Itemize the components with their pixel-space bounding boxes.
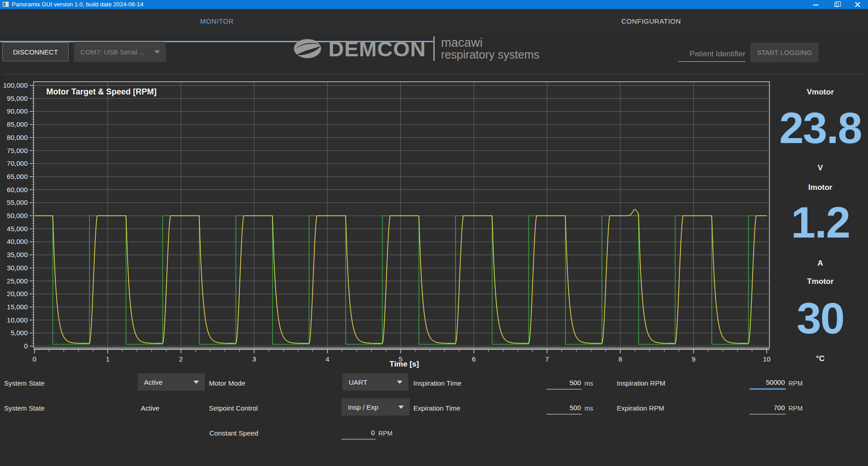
inspiration-rpm-unit: RPM (789, 380, 803, 387)
svg-text:65,000: 65,000 (7, 173, 28, 180)
inspiration-rpm-label: Inspiration RPM (617, 379, 665, 387)
svg-text:40,000: 40,000 (7, 238, 28, 245)
setpoint-control-dropdown[interactable]: Insp / Exp (342, 398, 410, 416)
tab-configuration[interactable]: CONFIGURATION (434, 9, 868, 33)
minimize-icon (813, 5, 818, 5)
restore-button[interactable] (826, 0, 847, 9)
svg-text:45,000: 45,000 (7, 225, 28, 233)
start-logging-button[interactable]: START LOGGING (750, 43, 818, 62)
inspiration-time-input[interactable] (546, 378, 582, 390)
demcon-logo-icon (293, 38, 322, 59)
com-port-value: COM7: USB Serial ... (80, 48, 145, 56)
expiration-time-label: Expiration Time (413, 404, 460, 412)
brand-subtitle: macawi respiratory systems (441, 37, 540, 60)
svg-text:15,000: 15,000 (7, 303, 28, 311)
tab-monitor[interactable]: MONITOR (0, 9, 434, 33)
expiration-time-unit: ms (585, 405, 593, 412)
expiration-rpm-unit: RPM (789, 405, 803, 412)
com-port-dropdown[interactable]: COM7: USB Serial ... (74, 42, 166, 62)
svg-text:1: 1 (106, 355, 109, 363)
tmotor-unit: °C (770, 354, 868, 363)
motor-chart: 05,00010,00015,00020,00025,00030,00035,0… (0, 67, 868, 367)
system-state-label-row1: System State (4, 379, 45, 387)
chevron-down-icon (398, 406, 404, 409)
chevron-down-icon (397, 381, 402, 384)
expiration-rpm-label: Expiration RPM (617, 404, 664, 412)
svg-text:55,000: 55,000 (7, 198, 28, 206)
motor-mode-dropdown[interactable]: UART (342, 373, 408, 391)
constant-speed-unit: RPM (378, 430, 392, 437)
system-state-label-row2: System State (4, 404, 45, 412)
window-title: Panoramix GUI version 1.0, build date 20… (12, 1, 144, 8)
tmotor-value: 30 (770, 296, 868, 340)
svg-text:90,000: 90,000 (7, 107, 28, 115)
chart-x-axis-label: Time [s] (379, 360, 429, 369)
svg-text:95,000: 95,000 (7, 94, 28, 102)
tmotor-label: Tmotor (770, 277, 868, 286)
chevron-down-icon (193, 381, 199, 384)
svg-text:7: 7 (545, 355, 549, 363)
svg-text:60,000: 60,000 (7, 186, 28, 193)
motor-mode-label: Motor Mode (209, 379, 245, 387)
svg-text:75,000: 75,000 (7, 147, 28, 154)
svg-text:9: 9 (692, 355, 695, 363)
chevron-down-icon (154, 50, 160, 54)
svg-text:10: 10 (763, 355, 771, 363)
window-controls (805, 0, 868, 9)
setpoint-control-label: Setpoint Control (209, 404, 258, 412)
system-state-value: Active (144, 378, 163, 386)
system-state-dropdown[interactable]: Active (138, 373, 205, 391)
tab-bar: MONITOR CONFIGURATION (0, 9, 868, 33)
svg-text:2: 2 (179, 355, 183, 363)
constant-speed-input[interactable] (342, 428, 376, 440)
close-button[interactable] (847, 0, 868, 9)
svg-text:50,000: 50,000 (7, 212, 28, 219)
expiration-time-input[interactable] (546, 403, 582, 415)
expiration-rpm-input[interactable] (749, 403, 786, 415)
svg-text:3: 3 (252, 355, 256, 363)
svg-text:70,000: 70,000 (7, 159, 28, 167)
app-icon (3, 2, 9, 7)
setpoint-control-value: Insp / Exp (348, 403, 378, 411)
svg-text:10,000: 10,000 (7, 316, 28, 324)
inspiration-time-label: Inspiration Time (413, 379, 461, 387)
svg-text:80,000: 80,000 (7, 134, 28, 141)
vmotor-label: Vmotor (770, 88, 868, 97)
brand-logo: DEMCON macawi respiratory systems (293, 34, 540, 64)
close-icon (854, 1, 861, 8)
brand-name: DEMCON (328, 38, 426, 59)
chart-title: Motor Target & Speed [RPM] (46, 87, 157, 97)
system-state-static-value: Active (141, 404, 159, 412)
svg-text:35,000: 35,000 (7, 251, 28, 258)
svg-text:6: 6 (472, 355, 476, 363)
brand-subtitle-line1: macawi (441, 37, 540, 49)
inspiration-rpm-input[interactable] (749, 378, 786, 390)
application-window: Panoramix GUI version 1.0, build date 20… (0, 0, 868, 466)
svg-text:8: 8 (618, 355, 622, 363)
svg-text:0: 0 (24, 342, 28, 350)
restore-icon (834, 3, 838, 7)
svg-text:20,000: 20,000 (7, 290, 28, 297)
minimize-button[interactable] (805, 0, 826, 9)
imotor-value: 1.2 (770, 200, 868, 244)
svg-text:0: 0 (33, 355, 36, 363)
brand-divider (433, 36, 435, 61)
motor-mode-value: UART (349, 378, 367, 386)
imotor-unit: A (770, 259, 868, 268)
patient-identifier-input[interactable] (678, 47, 745, 62)
svg-text:85,000: 85,000 (7, 120, 28, 128)
svg-text:4: 4 (326, 355, 329, 363)
brand-subtitle-line2: respiratory systems (441, 49, 540, 60)
svg-text:5,000: 5,000 (10, 329, 28, 337)
constant-speed-label: Constant Speed (209, 429, 258, 437)
imotor-label: Imotor (770, 183, 868, 192)
svg-text:100,000: 100,000 (3, 81, 28, 89)
disconnect-button[interactable]: DISCONNECT (2, 42, 69, 61)
svg-text:30,000: 30,000 (7, 264, 28, 272)
inspiration-time-unit: ms (585, 380, 593, 387)
titlebar: Panoramix GUI version 1.0, build date 20… (0, 0, 868, 9)
vmotor-unit: V (770, 164, 868, 173)
svg-text:25,000: 25,000 (7, 277, 28, 285)
vmotor-value: 23.8 (770, 106, 868, 150)
chart-plot-area: 05,00010,00015,00020,00025,00030,00035,0… (0, 67, 868, 367)
